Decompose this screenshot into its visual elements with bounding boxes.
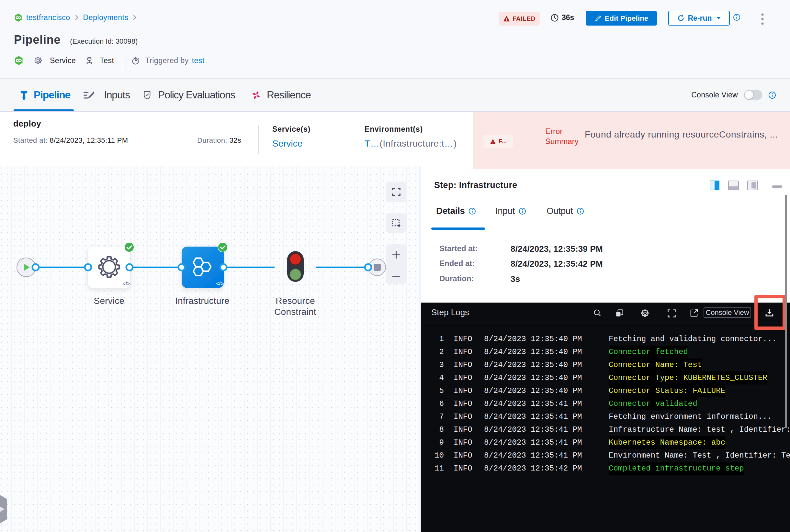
svg-text:</>: </> [216,281,223,286]
svg-text:</>: </> [122,281,130,286]
